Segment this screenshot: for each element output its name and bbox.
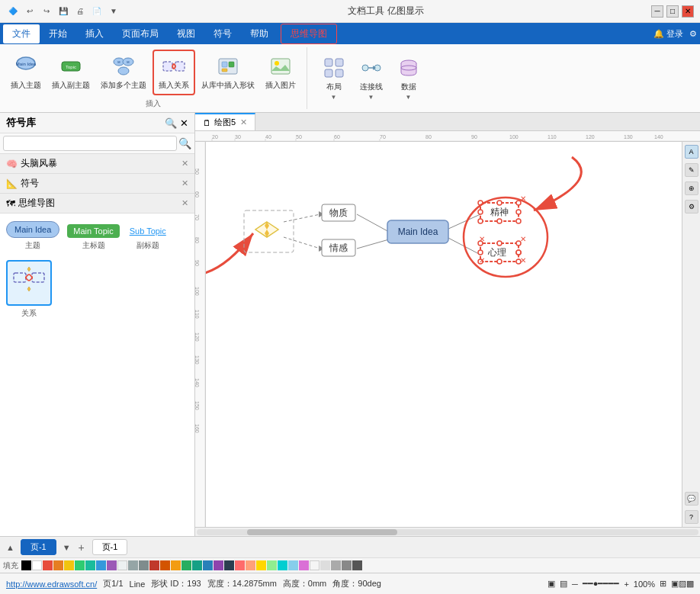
sidebar-section-mindmap[interactable]: 🗺 思维导图 ✕ <box>0 194 194 214</box>
shape-relation[interactable]: 关系 <box>6 260 52 319</box>
print-icon[interactable]: 🖨 <box>73 5 87 18</box>
color-swatch-whitesmoke[interactable] <box>310 560 319 570</box>
undo-icon[interactable]: ↩ <box>23 5 37 18</box>
menu-help[interactable]: 帮助 <box>241 24 278 43</box>
color-swatch-teal[interactable] <box>85 560 95 570</box>
color-swatch-lightgray2[interactable] <box>320 560 330 570</box>
color-swatch-lightgreen[interactable] <box>267 560 277 570</box>
sidebar-search-icon[interactable]: 🔍 <box>165 117 177 129</box>
more-icon[interactable]: ▼ <box>107 5 120 18</box>
color-swatch-orange[interactable] <box>53 560 63 570</box>
close-button[interactable]: ✕ <box>682 5 694 18</box>
data-dropdown[interactable]: ▼ <box>406 94 412 101</box>
main-topic-shape[interactable]: Main Topic <box>67 224 119 238</box>
color-swatch-charcoal[interactable] <box>352 560 362 570</box>
main-idea-shape[interactable]: Main Idea <box>6 221 59 238</box>
insert-topic-button[interactable]: Main Idea 插入主题 <box>6 51 46 94</box>
status-link[interactable]: http://www.edrawsoft.cn/ <box>6 580 97 589</box>
status-zoom-minus[interactable]: ─ <box>572 580 578 589</box>
menu-view[interactable]: 视图 <box>168 24 204 43</box>
color-swatch-darkblue[interactable] <box>203 560 213 570</box>
color-swatch-skyblue[interactable] <box>288 560 298 570</box>
color-swatch-darkorange[interactable] <box>160 560 170 570</box>
brainstorm-close-icon[interactable]: ✕ <box>181 159 188 169</box>
right-panel-btn-chat[interactable]: 💬 <box>685 492 698 506</box>
status-zoom-slider[interactable]: ━━●━━━━ <box>583 579 620 589</box>
color-swatch-red[interactable] <box>43 560 53 570</box>
menu-symbol[interactable]: 符号 <box>204 24 241 43</box>
color-swatch-cyan[interactable] <box>278 560 287 570</box>
color-swatch-darkred[interactable] <box>149 560 159 570</box>
status-fit-page[interactable]: ⊞ <box>660 579 666 589</box>
layout-button[interactable]: 布局 ▼ <box>316 53 351 104</box>
mindmap-close-icon[interactable]: ✕ <box>181 198 188 208</box>
menu-page-layout[interactable]: 页面布局 <box>113 24 168 43</box>
insert-subtopic-button[interactable]: Topic 插入副主题 <box>47 51 95 94</box>
status-zoom-plus[interactable]: + <box>624 580 628 589</box>
color-swatch-navy[interactable] <box>224 560 234 570</box>
page-nav-down[interactable]: ▼ <box>63 543 71 552</box>
right-panel-btn-1[interactable]: A <box>685 145 698 159</box>
canvas-tab-close[interactable]: ✕ <box>240 117 247 127</box>
new-icon[interactable]: 📄 <box>90 5 104 18</box>
color-swatch-darkgray[interactable] <box>139 560 149 570</box>
color-swatch-gray[interactable] <box>128 560 138 570</box>
connect-dropdown[interactable]: ▼ <box>368 94 374 101</box>
color-swatch-darkgreen[interactable] <box>181 560 191 570</box>
redo-icon[interactable]: ↪ <box>40 5 53 18</box>
color-swatch-medgray[interactable] <box>331 560 341 570</box>
sidebar-search-btn[interactable]: 🔍 <box>178 137 191 149</box>
menu-file[interactable]: 文件 <box>3 24 40 43</box>
color-swatch-green[interactable] <box>75 560 85 570</box>
sidebar-section-symbol[interactable]: 📐 符号 ✕ <box>0 174 194 194</box>
relation-shape[interactable] <box>6 260 52 306</box>
shape-main-idea[interactable]: Main Idea 主题 <box>6 221 59 251</box>
connect-button[interactable]: 连接线 ▼ <box>354 53 388 104</box>
minimize-button[interactable]: ─ <box>651 5 663 18</box>
color-swatch-lightgray[interactable] <box>117 560 127 570</box>
insert-relation-button[interactable]: 插入关系 <box>153 50 195 95</box>
symbol-close-icon[interactable]: ✕ <box>181 178 188 188</box>
color-swatch-goldenrod[interactable] <box>256 560 266 570</box>
color-swatch-purple[interactable] <box>107 560 117 570</box>
page-tab-1[interactable]: 页-1 <box>21 539 56 555</box>
color-swatch-yellow[interactable] <box>64 560 74 570</box>
color-swatch-peach[interactable] <box>246 560 255 570</box>
right-panel-btn-4[interactable]: ⚙ <box>685 200 698 214</box>
canvas-hscrollbar[interactable] <box>195 527 700 536</box>
search-input[interactable] <box>7 139 173 148</box>
right-panel-btn-3[interactable]: ⊕ <box>685 181 698 195</box>
sub-topic-shape[interactable]: Sub Topic <box>127 224 169 238</box>
page-tab-2[interactable]: 页-1 <box>92 539 128 555</box>
menu-insert[interactable]: 插入 <box>76 24 113 43</box>
data-button[interactable]: 数据 ▼ <box>391 53 425 104</box>
add-page-button[interactable]: + <box>74 540 89 555</box>
canvas-tab-drawing5[interactable]: 🗒 绘图5 ✕ <box>195 113 255 130</box>
page-nav-up[interactable]: ▲ <box>6 543 14 552</box>
insert-from-lib-button[interactable]: 从库中插入形状 <box>197 51 259 94</box>
add-topics-button[interactable]: M M 添加多个主题 <box>96 51 151 94</box>
right-panel-btn-2[interactable]: ✎ <box>685 163 698 177</box>
color-swatch-darkteal[interactable] <box>192 560 202 570</box>
color-swatch-darkpurple[interactable] <box>214 560 223 570</box>
login-link[interactable]: 🔔 登录 <box>653 28 683 40</box>
color-swatch-orchid[interactable] <box>299 560 309 570</box>
right-panel-btn-help[interactable]: ? <box>685 510 698 524</box>
menu-home[interactable]: 开始 <box>40 24 76 43</box>
maximize-button[interactable]: □ <box>666 5 679 18</box>
color-swatch-salmon[interactable] <box>235 560 245 570</box>
save-icon[interactable]: 💾 <box>56 5 70 18</box>
sidebar-section-brainstorm[interactable]: 🧠 头脑风暴 ✕ <box>0 154 194 174</box>
shape-main-topic[interactable]: Main Topic 主标题 <box>67 224 119 251</box>
sidebar-close-icon[interactable]: ✕ <box>180 117 188 129</box>
insert-image-button[interactable]: 插入图片 <box>261 51 300 94</box>
hscrollbar-thumb[interactable] <box>247 529 397 535</box>
layout-dropdown[interactable]: ▼ <box>331 94 337 101</box>
color-swatch-blue[interactable] <box>96 560 106 570</box>
canvas-drawing[interactable]: 50 60 70 80 90 100 110 120 130 140 150 1… <box>195 142 700 527</box>
color-swatch-white[interactable] <box>32 560 42 570</box>
menu-mindmap[interactable]: 思维导图 <box>281 24 337 44</box>
color-swatch-black[interactable] <box>21 560 31 570</box>
shape-sub-topic[interactable]: Sub Topic 副标题 <box>127 224 169 251</box>
settings-icon[interactable]: ⚙ <box>689 29 697 39</box>
